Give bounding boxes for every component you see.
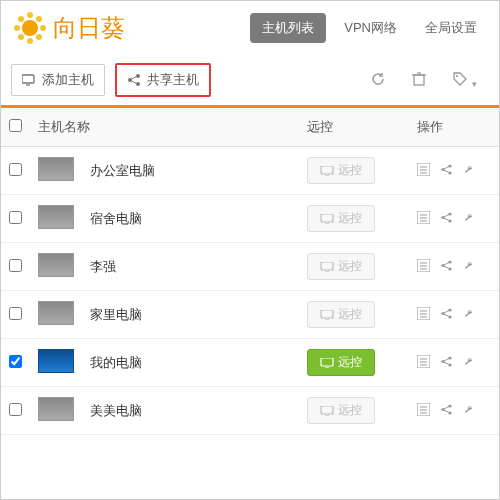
detail-button[interactable]	[417, 163, 430, 179]
row-checkbox[interactable]	[9, 355, 22, 368]
host-name[interactable]: 美美电脑	[82, 387, 299, 435]
svg-line-74	[444, 362, 449, 365]
remote-control-button[interactable]: 远控	[307, 253, 375, 280]
monitor-icon	[320, 262, 334, 272]
row-checkbox[interactable]	[9, 163, 22, 176]
detail-button[interactable]	[417, 259, 430, 275]
host-thumbnail[interactable]	[38, 205, 74, 229]
wrench-icon	[463, 163, 476, 176]
svg-rect-64	[321, 358, 333, 366]
toolbar-right: ▾	[366, 67, 489, 94]
list-icon	[417, 307, 430, 320]
svg-point-60	[448, 308, 451, 311]
svg-point-28	[448, 171, 451, 174]
row-checkbox[interactable]	[9, 403, 22, 416]
remote-control-button[interactable]: 远控	[307, 205, 375, 232]
app-header: 向日葵 主机列表 VPN网络 全局设置	[1, 1, 499, 55]
remote-control-button[interactable]: 远控	[307, 397, 375, 424]
remote-control-button[interactable]: 远控	[307, 157, 375, 184]
monitor-plus-icon	[22, 74, 36, 86]
svg-point-61	[448, 315, 451, 318]
remote-control-button[interactable]: 远控	[307, 349, 375, 376]
svg-rect-20	[321, 166, 333, 174]
table-row: 家里电脑远控	[1, 291, 499, 339]
svg-line-41	[444, 218, 449, 221]
row-checkbox[interactable]	[9, 259, 22, 272]
settings-button[interactable]	[463, 307, 476, 323]
share-button[interactable]	[440, 355, 453, 371]
svg-line-29	[444, 166, 449, 169]
share-button[interactable]	[440, 307, 453, 323]
sunflower-icon	[13, 11, 47, 45]
refresh-button[interactable]	[366, 67, 390, 94]
app-logo: 向日葵	[13, 11, 242, 45]
host-thumbnail[interactable]	[38, 253, 74, 277]
tab-vpn[interactable]: VPN网络	[334, 13, 407, 43]
wrench-icon	[463, 403, 476, 416]
tab-settings[interactable]: 全局设置	[415, 13, 487, 43]
tab-hosts[interactable]: 主机列表	[250, 13, 326, 43]
svg-point-3	[14, 25, 20, 31]
add-host-button[interactable]: 添加主机	[11, 64, 105, 96]
svg-point-13	[136, 82, 140, 86]
host-name[interactable]: 李强	[82, 243, 299, 291]
row-checkbox[interactable]	[9, 307, 22, 320]
svg-line-15	[132, 81, 137, 84]
monitor-icon	[320, 214, 334, 224]
row-ops	[417, 307, 491, 323]
host-thumbnail[interactable]	[38, 157, 74, 181]
host-name[interactable]: 我的电脑	[82, 339, 299, 387]
delete-button[interactable]	[408, 67, 430, 94]
host-name[interactable]: 宿舍电脑	[82, 195, 299, 243]
list-icon	[417, 259, 430, 272]
host-name[interactable]: 家里电脑	[82, 291, 299, 339]
svg-point-72	[448, 363, 451, 366]
svg-rect-9	[22, 75, 34, 83]
share-icon	[440, 259, 453, 272]
svg-line-73	[444, 358, 449, 361]
svg-point-49	[448, 260, 451, 263]
host-thumbnail[interactable]	[38, 349, 74, 373]
settings-button[interactable]	[463, 355, 476, 371]
svg-point-37	[441, 215, 444, 218]
row-checkbox[interactable]	[9, 211, 22, 224]
share-icon	[440, 211, 453, 224]
detail-button[interactable]	[417, 403, 430, 419]
svg-point-59	[441, 311, 444, 314]
settings-button[interactable]	[463, 211, 476, 227]
detail-button[interactable]	[417, 355, 430, 371]
share-button[interactable]	[440, 259, 453, 275]
host-thumbnail[interactable]	[38, 397, 74, 421]
svg-rect-53	[321, 310, 333, 318]
list-icon	[417, 403, 430, 416]
share-icon	[440, 163, 453, 176]
svg-point-26	[441, 167, 444, 170]
svg-line-51	[444, 262, 449, 265]
remote-label: 远控	[338, 258, 362, 275]
detail-button[interactable]	[417, 211, 430, 227]
svg-point-0	[22, 20, 38, 36]
tag-button[interactable]: ▾	[448, 67, 481, 94]
host-name[interactable]: 办公室电脑	[82, 147, 299, 195]
add-host-label: 添加主机	[42, 71, 94, 89]
monitor-icon	[320, 406, 334, 416]
remote-control-button[interactable]: 远控	[307, 301, 375, 328]
svg-rect-16	[414, 75, 424, 85]
remote-label: 远控	[338, 354, 362, 371]
share-host-label: 共享主机	[147, 71, 199, 89]
svg-line-30	[444, 170, 449, 173]
share-host-button[interactable]: 共享主机	[115, 63, 211, 97]
svg-line-63	[444, 314, 449, 317]
detail-button[interactable]	[417, 307, 430, 323]
settings-button[interactable]	[463, 163, 476, 179]
share-button[interactable]	[440, 403, 453, 419]
share-button[interactable]	[440, 163, 453, 179]
settings-button[interactable]	[463, 403, 476, 419]
settings-button[interactable]	[463, 259, 476, 275]
svg-point-39	[448, 219, 451, 222]
select-all-checkbox[interactable]	[9, 119, 22, 132]
share-button[interactable]	[440, 211, 453, 227]
row-ops	[417, 259, 491, 275]
row-ops	[417, 163, 491, 179]
host-thumbnail[interactable]	[38, 301, 74, 325]
